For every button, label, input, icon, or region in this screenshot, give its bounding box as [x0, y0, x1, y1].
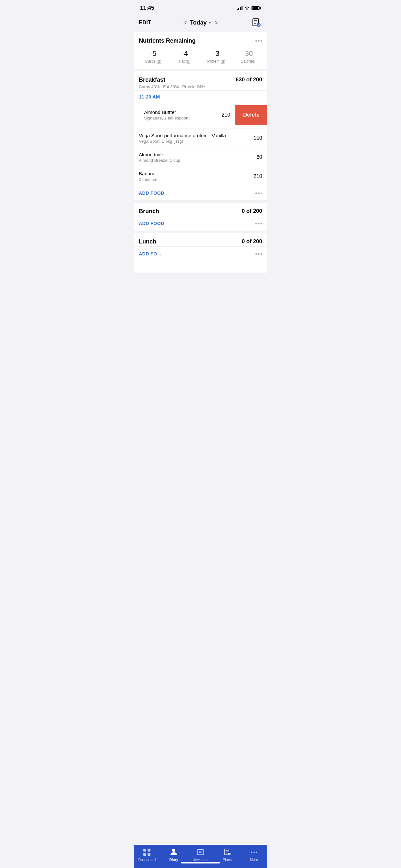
almondmilk-info: Almondmilk Almond Breeze, 1 cup [139, 152, 252, 163]
diary-icon-button[interactable] [251, 17, 262, 28]
brunch-title: Brunch [139, 208, 159, 215]
status-bar: 11:45 [134, 0, 267, 14]
vega-calories: 150 [253, 135, 262, 141]
lunch-options-button[interactable] [255, 253, 262, 255]
brunch-add-food-button[interactable]: ADD FOOD [139, 221, 164, 226]
banana-calories: 210 [253, 174, 262, 179]
carbs-nutrient: -5 Carbs (g) [139, 50, 168, 64]
breakfast-header: Breakfast Carbs 43% · Fat 33% · Protein … [134, 71, 267, 91]
prev-date-button[interactable]: < [183, 20, 187, 26]
protein-nutrient: -3 Protein (g) [202, 50, 231, 64]
nav-bar: EDIT < Today ▼ > [134, 14, 267, 32]
vega-detail: Vega Sport, 1 pkg (41g) [139, 139, 250, 144]
lunch-section: Lunch 0 of 200 ADD FO... [134, 233, 267, 273]
food-item-almond-butter[interactable]: Almond Buttter Signature, 2 tablespoon 2… [134, 101, 267, 129]
breakfast-section: Breakfast Carbs 43% · Fat 33% · Protein … [134, 71, 267, 200]
nutrients-header: Nutrients Remaining [139, 37, 262, 44]
breakfast-add-food-row: ADD FOOD [134, 186, 267, 200]
banana-name: Banana [139, 171, 250, 176]
lunch-calories: 0 of 200 [242, 238, 262, 245]
lunch-add-food-row: ADD FO... [134, 247, 267, 273]
nutrients-section: Nutrients Remaining -5 Carbs (g) -4 Fat … [134, 32, 267, 69]
signal-icon [237, 6, 243, 10]
status-icons [237, 5, 261, 11]
battery-icon [251, 6, 261, 10]
calories-nutrient: -30 Calories [234, 50, 263, 64]
food-item-banana[interactable]: Banana 2 medium 210 [134, 167, 267, 186]
banana-detail: 2 medium [139, 177, 250, 182]
almond-butter-detail: Signature, 2 tablespoon [144, 116, 218, 120]
protein-label: Protein (g) [202, 59, 231, 64]
vega-info: Vega Sport performance protein - Vanilla… [139, 133, 250, 144]
breakfast-time: 11:20 AM [134, 91, 267, 101]
svg-point-4 [257, 23, 260, 27]
edit-button[interactable]: EDIT [139, 20, 151, 26]
fat-label: Fat (g) [171, 59, 199, 64]
lunch-add-food-button[interactable]: ADD FO... [139, 251, 161, 256]
brunch-calories: 0 of 200 [242, 208, 262, 214]
breakfast-title: Breakfast [139, 76, 205, 83]
brunch-section: Brunch 0 of 200 ADD FOOD [134, 203, 267, 230]
calories-value: -30 [234, 50, 263, 58]
brunch-header: Brunch 0 of 200 [134, 203, 267, 216]
nutrients-options-button[interactable] [255, 40, 262, 42]
brunch-options-button[interactable] [255, 223, 262, 224]
almondmilk-calories: 60 [256, 154, 262, 160]
nutrients-title: Nutrients Remaining [139, 37, 196, 44]
banana-info: Banana 2 medium [139, 171, 250, 182]
almond-butter-calories: 210 [221, 112, 235, 118]
lunch-title: Lunch [139, 238, 156, 245]
calories-label: Calories [234, 59, 263, 64]
food-item-vega[interactable]: Vega Sport performance protein - Vanilla… [134, 129, 267, 148]
date-navigator: < Today ▼ > [183, 20, 219, 26]
status-time: 11:45 [140, 5, 154, 11]
carbs-label: Carbs (g) [139, 59, 168, 64]
breakfast-options-button[interactable] [255, 192, 262, 194]
almondmilk-name: Almondmilk [139, 152, 252, 157]
fat-nutrient: -4 Fat (g) [171, 50, 199, 64]
nutrients-grid: -5 Carbs (g) -4 Fat (g) -3 Protein (g) -… [139, 50, 262, 64]
almondmilk-detail: Almond Breeze, 1 cup [139, 158, 252, 163]
fat-value: -4 [171, 50, 199, 58]
almond-butter-info: Almond Buttter Signature, 2 tablespoon [139, 105, 218, 124]
breakfast-calories: 630 of 200 [236, 76, 262, 83]
almond-butter-name: Almond Buttter [144, 110, 218, 115]
next-date-button[interactable]: > [215, 20, 219, 26]
food-item-almondmilk[interactable]: Almondmilk Almond Breeze, 1 cup 60 [134, 148, 267, 167]
vega-name: Vega Sport performance protein - Vanilla [139, 133, 250, 138]
protein-value: -3 [202, 50, 231, 58]
carbs-value: -5 [139, 50, 168, 58]
breakfast-add-food-button[interactable]: ADD FOOD [139, 190, 164, 196]
breakfast-macros: Carbs 43% · Fat 33% · Protein 24% [139, 84, 205, 89]
date-dropdown-arrow: ▼ [208, 20, 212, 25]
brunch-add-food-row: ADD FOOD [134, 216, 267, 230]
wifi-icon [244, 5, 250, 11]
today-button[interactable]: Today ▼ [190, 20, 212, 26]
lunch-header: Lunch 0 of 200 [134, 233, 267, 247]
delete-button[interactable]: Delete [235, 105, 267, 125]
